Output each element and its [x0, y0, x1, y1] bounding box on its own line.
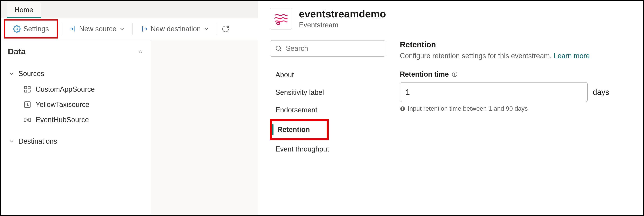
sources-section-header[interactable]: Sources	[8, 66, 144, 82]
nav-retention[interactable]: Retention	[272, 121, 327, 138]
svg-point-12	[27, 119, 28, 120]
new-destination-button[interactable]: New destination	[136, 22, 214, 36]
info-icon[interactable]	[452, 71, 458, 77]
chevron-down-icon	[204, 26, 209, 32]
retention-unit: days	[593, 88, 609, 97]
svg-point-18	[454, 73, 455, 73]
svg-rect-4	[28, 90, 30, 92]
source-item-eventhub[interactable]: EventHubSource	[8, 112, 144, 127]
svg-line-15	[280, 50, 282, 51]
chevron-down-icon	[119, 26, 125, 32]
nav-endorsement[interactable]: Endorsement	[270, 101, 386, 119]
settings-search[interactable]	[270, 40, 386, 57]
svg-rect-10	[29, 118, 31, 122]
settings-nav: About Sensitivity label Endorsement Rete…	[270, 40, 386, 208]
chevron-down-icon	[8, 71, 14, 77]
new-source-button[interactable]: New source	[64, 22, 129, 36]
svg-rect-9	[24, 118, 26, 122]
source-label: CustomAppSource	[36, 85, 95, 93]
retention-hint: Input retention time between 1 and 90 da…	[400, 105, 632, 112]
sources-label: Sources	[18, 70, 44, 78]
eventhub-icon	[24, 116, 31, 124]
tab-strip: Home	[1, 1, 258, 18]
settings-search-input[interactable]	[286, 44, 380, 53]
svg-rect-1	[24, 86, 27, 89]
enter-icon	[69, 25, 76, 33]
canvas-area[interactable]	[152, 40, 258, 215]
settings-content: Retention Configure retention settings f…	[389, 40, 632, 208]
source-item-yellowtaxi[interactable]: YellowTaxisource	[8, 97, 144, 112]
retention-heading: Retention	[400, 40, 632, 49]
tab-home[interactable]: Home	[7, 2, 41, 18]
chart-icon	[24, 101, 31, 108]
refresh-button[interactable]	[220, 22, 231, 35]
retention-time-label: Retention time	[400, 70, 632, 78]
svg-point-0	[16, 28, 18, 30]
svg-rect-3	[24, 90, 27, 92]
settings-button[interactable]: Settings	[8, 22, 53, 36]
learn-more-link[interactable]: Learn more	[554, 52, 590, 60]
settings-title: eventstreamdemo	[299, 8, 386, 19]
svg-point-21	[402, 107, 403, 108]
destinations-section-header[interactable]: Destinations	[8, 133, 144, 149]
divider	[132, 23, 133, 35]
source-label: EventHubSource	[36, 116, 89, 124]
highlight-settings: Settings	[4, 19, 58, 38]
data-panel-title: Data	[8, 47, 26, 56]
retention-description: Configure retention settings for this ev…	[400, 52, 632, 60]
nav-about[interactable]: About	[270, 66, 386, 84]
search-icon	[275, 45, 282, 52]
eventstream-thumbnail	[270, 8, 292, 30]
settings-subtitle: Eventstream	[299, 21, 386, 29]
info-solid-icon	[400, 106, 405, 111]
source-label: YellowTaxisource	[36, 100, 90, 109]
nav-event-throughput[interactable]: Event throughput	[270, 140, 386, 158]
toolbar: Settings New source New destination	[1, 18, 258, 40]
retention-time-input[interactable]	[400, 82, 588, 102]
divider	[61, 23, 61, 35]
svg-rect-2	[28, 86, 30, 89]
new-destination-label: New destination	[151, 25, 201, 33]
highlight-retention: Retention	[270, 119, 329, 140]
new-source-label: New source	[79, 25, 116, 33]
svg-point-14	[276, 46, 280, 50]
data-panel: Data Sources CustomAppSource YellowTaxis…	[1, 40, 152, 215]
chevron-down-icon	[8, 138, 14, 144]
app-icon	[24, 85, 31, 93]
gear-icon	[13, 25, 21, 33]
destinations-label: Destinations	[18, 137, 57, 145]
refresh-icon	[222, 25, 230, 33]
exit-icon	[140, 25, 148, 33]
divider	[217, 23, 217, 35]
settings-flyout: eventstreamdemo Eventstream About Sensit…	[258, 1, 643, 215]
settings-label: Settings	[24, 25, 49, 33]
source-item-customapp[interactable]: CustomAppSource	[8, 82, 144, 97]
collapse-icon[interactable]	[137, 48, 144, 55]
nav-sensitivity[interactable]: Sensitivity label	[270, 84, 386, 101]
eventstream-icon	[274, 11, 288, 26]
